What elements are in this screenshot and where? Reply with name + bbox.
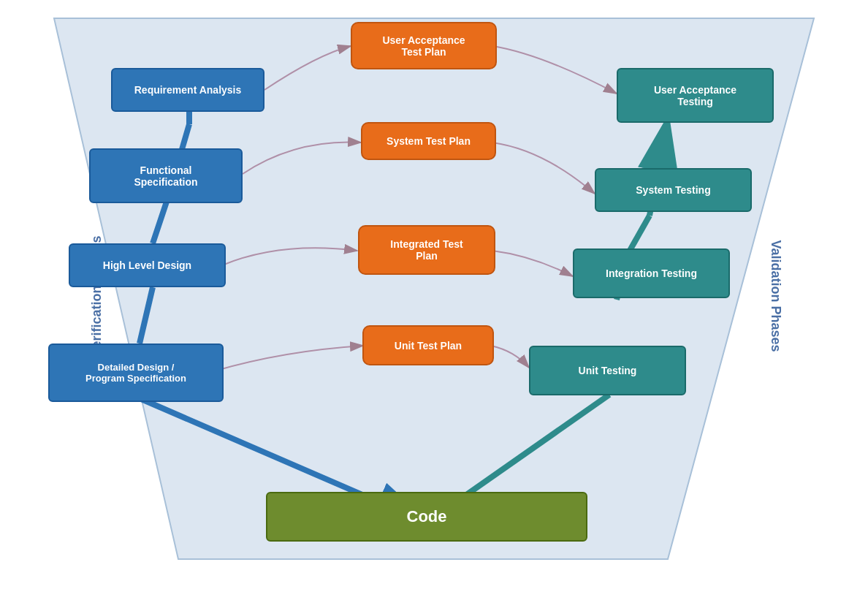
unit-testing-box: Unit Testing (529, 346, 686, 395)
integrated-test-plan-box: Integrated TestPlan (358, 225, 495, 275)
uat-plan-box: User AcceptanceTest Plan (351, 22, 497, 69)
detailed-design-box: Detailed Design /Program Specification (48, 344, 224, 402)
functional-spec-box: FunctionalSpecification (89, 148, 243, 203)
svg-line-6 (153, 200, 167, 243)
requirement-analysis-box: Requirement Analysis (111, 68, 264, 112)
svg-line-7 (140, 287, 153, 344)
integration-testing-box: Integration Testing (573, 248, 730, 298)
system-testing-box: System Testing (595, 168, 752, 212)
validation-label: Validation Phases (768, 240, 783, 352)
diagram-container: Verification Phases Validation Phases Re… (32, 11, 836, 581)
uat-box: User AcceptanceTesting (617, 68, 774, 123)
code-box: Code (266, 492, 587, 542)
system-test-plan-box: System Test Plan (361, 122, 496, 160)
unit-test-plan-box: Unit Test Plan (362, 325, 494, 365)
high-level-design-box: High Level Design (69, 243, 226, 287)
